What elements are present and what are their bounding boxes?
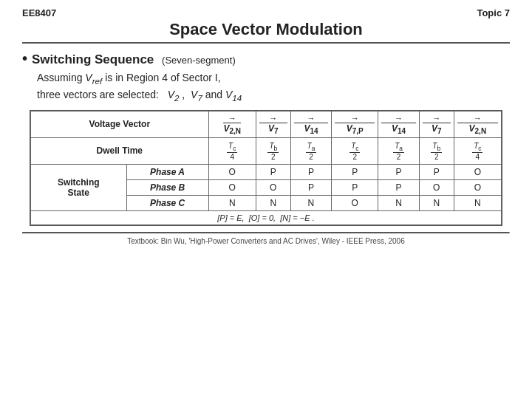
col-v14-2: →V14 — [378, 111, 419, 137]
dwell-time-label: Dwell Time — [31, 137, 209, 164]
pa-o2: O — [454, 164, 501, 179]
pa-p1: P — [256, 164, 290, 179]
page-container: EE8407 Topic 7 Space Vector Modulation •… — [0, 0, 532, 415]
pc-n4: N — [378, 195, 419, 210]
pb-p1: P — [290, 179, 331, 195]
dwell-ta2-1: Ta 2 — [290, 137, 331, 164]
pc-o1: O — [332, 195, 378, 210]
bullet-section: • Switching Sequence (Seven-segment) Ass… — [22, 51, 510, 103]
phase-b-label: Phase B — [126, 179, 208, 195]
footnote-cell: [P] = E, [O] = 0, [N] = −E . — [31, 210, 502, 224]
title-section: Space Vector Modulation — [22, 20, 510, 39]
dwell-tb2: Tb 2 — [256, 137, 290, 164]
pb-o3: O — [419, 179, 454, 195]
three-vectors-text: three vectors are selected: V2 , V7 and … — [37, 89, 510, 103]
col-v14-1: →V14 — [290, 111, 331, 137]
pb-o1: O — [208, 179, 256, 195]
main-table-wrapper: Voltage Vector → V2,N →V7 →V14 →V — [30, 110, 502, 226]
pa-p5: P — [419, 164, 454, 179]
col-v7p: →V7,P — [332, 111, 378, 137]
pc-n2: N — [256, 195, 290, 210]
col-v2n-1: → V2,N — [208, 111, 256, 137]
assuming-text: Assuming Vref is in Region 4 of Sector I… — [37, 72, 510, 86]
phase-a-label: Phase A — [126, 164, 208, 179]
col-v2n-2: →V2,N — [454, 111, 501, 137]
voltage-vector-header: Voltage Vector — [31, 111, 209, 137]
v7-label: V7 — [191, 89, 202, 100]
pb-o4: O — [454, 179, 501, 195]
pb-o2: O — [256, 179, 290, 195]
pb-p2: P — [332, 179, 378, 195]
v2-label: V2 — [168, 89, 180, 100]
dwell-tb2-2: Tb 2 — [419, 137, 454, 164]
phase-c-label: Phase C — [126, 195, 208, 210]
pc-n6: N — [454, 195, 501, 210]
bottom-divider — [22, 232, 510, 234]
dwell-time-row: Dwell Time Tc 4 Tb 2 — [31, 137, 502, 164]
main-title: Space Vector Modulation — [22, 20, 510, 39]
topic-label: Topic 7 — [477, 7, 510, 18]
phase-a-row: SwitchingState Phase A O P P P P P O — [31, 164, 502, 179]
course-code: EE8407 — [22, 7, 56, 18]
bullet-heading: • Switching Sequence (Seven-segment) — [22, 51, 510, 67]
dwell-tc4-2: Tc 4 — [454, 137, 501, 164]
footnote-text: [P] = E, [O] = 0, [N] = −E . — [217, 213, 315, 222]
footer-text: Textbook: Bin Wu, 'High-Power Converters… — [22, 237, 510, 245]
pa-o1: O — [208, 164, 256, 179]
pc-n3: N — [290, 195, 331, 210]
dwell-tc2: Tc 2 — [332, 137, 378, 164]
header-bar: EE8407 Topic 7 — [22, 7, 510, 18]
col-v7-2: →V7 — [419, 111, 454, 137]
pa-p2: P — [290, 164, 331, 179]
footnote-row: [P] = E, [O] = 0, [N] = −E . — [31, 210, 502, 224]
dwell-tc4-1: Tc 4 — [208, 137, 256, 164]
switching-table: Voltage Vector → V2,N →V7 →V14 →V — [30, 111, 502, 225]
title-divider — [22, 42, 510, 44]
pc-n1: N — [208, 195, 256, 210]
bullet-dot: • — [22, 51, 27, 66]
col-header-row: Voltage Vector → V2,N →V7 →V14 →V — [31, 111, 502, 137]
col-v7: →V7 — [256, 111, 290, 137]
pc-n5: N — [419, 195, 454, 210]
v14-label: V14 — [225, 89, 242, 100]
pa-p4: P — [378, 164, 419, 179]
bullet-subheading: (Seven-segment) — [162, 55, 236, 66]
vref-var: Vref — [85, 72, 102, 83]
switching-state-label: SwitchingState — [31, 164, 127, 210]
pa-p3: P — [332, 164, 378, 179]
bullet-heading-text: Switching Sequence (Seven-segment) — [32, 52, 236, 67]
pb-p3: P — [378, 179, 419, 195]
dwell-ta2-2: Ta 2 — [378, 137, 419, 164]
